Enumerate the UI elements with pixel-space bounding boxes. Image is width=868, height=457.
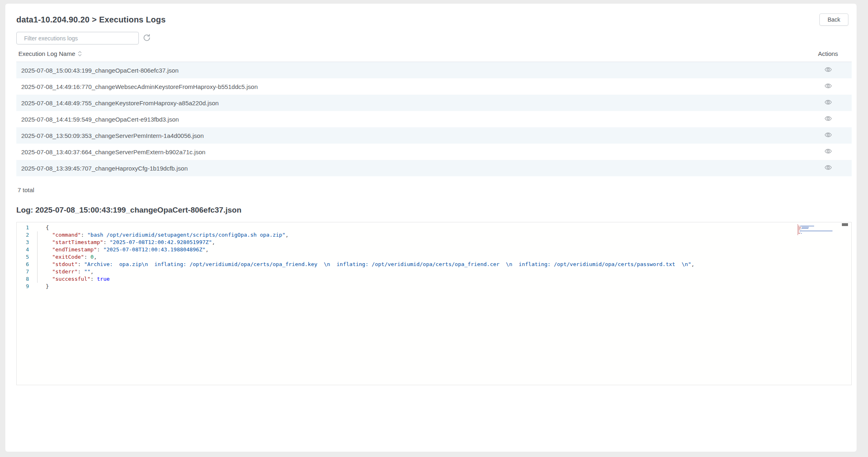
total-count: 7 total [16, 186, 852, 193]
code-line: 5 "exitCode": 0, [17, 253, 851, 261]
table-row[interactable]: 2025-07-08_13:50:09:353_changeServerPemI… [16, 127, 852, 144]
line-number: 7 [17, 268, 29, 275]
log-content-editor[interactable]: 1{2 "command": "bash /opt/veridiumid/set… [16, 222, 852, 385]
column-header-actions: Actions [808, 50, 848, 57]
code-area: 1{2 "command": "bash /opt/veridiumid/set… [17, 224, 851, 290]
line-number: 6 [17, 261, 29, 268]
executions-logs-panel: data1-10.204.90.20 > Executions Logs Bac… [5, 4, 857, 452]
log-file-heading: Log: 2025-07-08_15:00:43:199_changeOpaCe… [16, 206, 852, 215]
table-row[interactable]: 2025-07-08_14:49:16:770_changeWebsecAdmi… [16, 78, 852, 95]
table-row[interactable]: 2025-07-08_15:00:43:199_changeOpaCert-80… [16, 62, 852, 78]
code-line: 6 "stdout": "Archive: opa.zip\n inflatin… [17, 261, 851, 268]
eye-icon [824, 82, 832, 91]
code-line: 4 "endTimestamp": "2025-07-08T12:00:43.1… [17, 246, 851, 253]
view-log-button[interactable] [824, 115, 832, 124]
sort-icon[interactable] [78, 51, 82, 57]
execution-log-name: 2025-07-08_13:50:09:353_changeServerPemI… [16, 132, 808, 139]
code-line: 3 "startTimestamp": "2025-07-08T12:00:42… [17, 239, 851, 246]
table-header: Execution Log Name Actions [16, 50, 852, 62]
view-log-button[interactable] [824, 164, 832, 173]
filter-executions-input[interactable] [16, 32, 139, 44]
line-number: 4 [17, 246, 29, 253]
table-row[interactable]: 2025-07-08_13:40:37:664_changeServerPemE… [16, 144, 852, 160]
code-line: 8 "successful": true [17, 275, 851, 283]
refresh-icon [142, 33, 151, 43]
scrollbar-thumb[interactable] [842, 223, 848, 226]
indent-guide [37, 231, 38, 283]
code-line: 2 "command": "bash /opt/veridiumid/setup… [17, 231, 851, 239]
execution-log-name: 2025-07-08_15:00:43:199_changeOpaCert-80… [16, 67, 808, 74]
eye-icon [824, 164, 832, 173]
execution-log-name: 2025-07-08_13:39:45:707_changeHaproxyCfg… [16, 165, 808, 172]
view-log-button[interactable] [824, 66, 832, 75]
page-title: data1-10.204.90.20 > Executions Logs [16, 15, 166, 24]
view-log-button[interactable] [824, 147, 832, 156]
eye-icon [824, 66, 832, 75]
eye-icon [824, 98, 832, 107]
execution-log-name: 2025-07-08_14:49:16:770_changeWebsecAdmi… [16, 83, 808, 90]
minimap[interactable] [797, 224, 841, 235]
line-number: 8 [17, 275, 29, 283]
page-header: data1-10.204.90.20 > Executions Logs Bac… [16, 13, 852, 26]
column-header-execution-log-name[interactable]: Execution Log Name [18, 50, 75, 57]
eye-icon [824, 131, 832, 140]
line-number: 2 [17, 231, 29, 239]
line-number: 3 [17, 239, 29, 246]
line-number: 5 [17, 253, 29, 261]
code-line: 1{ [17, 224, 851, 231]
execution-log-name: 2025-07-08_14:48:49:755_changeKeystoreFr… [16, 100, 808, 106]
eye-icon [824, 147, 832, 156]
code-line: 7 "stderr": "", [17, 268, 851, 275]
executions-log-list: 2025-07-08_15:00:43:199_changeOpaCert-80… [16, 62, 852, 176]
view-log-button[interactable] [824, 131, 832, 140]
execution-log-name: 2025-07-08_13:40:37:664_changeServerPemE… [16, 149, 808, 155]
filter-row [16, 32, 852, 44]
eye-icon [824, 115, 832, 124]
line-number: 9 [17, 283, 29, 290]
execution-log-name: 2025-07-08_14:41:59:549_changeOpaCert-e9… [16, 116, 808, 123]
table-row[interactable]: 2025-07-08_13:39:45:707_changeHaproxyCfg… [16, 160, 852, 176]
refresh-button[interactable] [142, 33, 151, 43]
back-button[interactable]: Back [819, 13, 848, 26]
line-number: 1 [17, 224, 29, 231]
view-log-button[interactable] [824, 98, 832, 107]
code-line: 9} [17, 283, 851, 290]
table-row[interactable]: 2025-07-08_14:48:49:755_changeKeystoreFr… [16, 95, 852, 111]
view-log-button[interactable] [824, 82, 832, 91]
table-row[interactable]: 2025-07-08_14:41:59:549_changeOpaCert-e9… [16, 111, 852, 127]
